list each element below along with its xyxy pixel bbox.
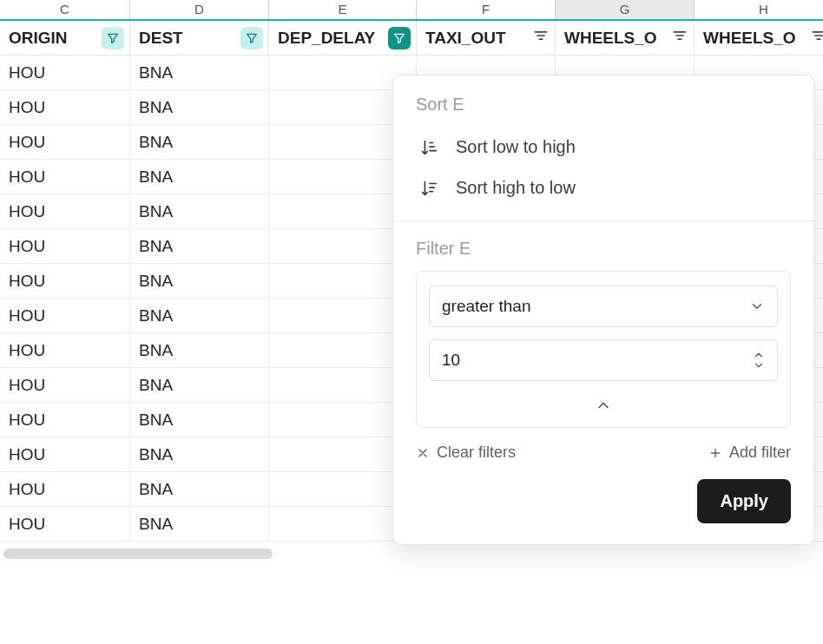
- sort-low-to-high[interactable]: Sort low to high: [416, 127, 791, 168]
- header-dest[interactable]: DEST: [130, 21, 269, 55]
- plus-icon: [708, 446, 722, 460]
- header-label: DEST: [139, 29, 183, 48]
- header-label: ORIGIN: [9, 29, 68, 48]
- cell[interactable]: HOU: [0, 194, 130, 228]
- chevron-up-icon: [753, 351, 765, 359]
- cell[interactable]: HOU: [0, 403, 130, 437]
- cell[interactable]: BNA: [130, 125, 269, 159]
- header-wheels-off[interactable]: WHEELS_O: [556, 21, 695, 55]
- filter-operator-select[interactable]: greater than: [429, 286, 778, 327]
- cell[interactable]: HOU: [0, 160, 130, 194]
- cell[interactable]: HOU: [0, 472, 130, 506]
- clear-filters-button[interactable]: Clear filters: [416, 444, 516, 462]
- cell[interactable]: BNA: [130, 90, 269, 124]
- sort-high-low-label: Sort high to low: [456, 178, 576, 198]
- col-letter[interactable]: H: [695, 0, 823, 19]
- cell[interactable]: BNA: [130, 403, 269, 437]
- column-menu-icon[interactable]: [810, 27, 823, 49]
- chevron-up-icon: [595, 397, 612, 414]
- cell[interactable]: BNA: [130, 368, 269, 402]
- close-icon: [416, 446, 430, 460]
- filter-popover: Sort E Sort low to high Sort high to low…: [392, 75, 814, 545]
- col-letter[interactable]: C: [0, 0, 130, 19]
- sort-high-to-low[interactable]: Sort high to low: [416, 168, 791, 208]
- header-label: TAXI_OUT: [425, 29, 506, 48]
- number-stepper[interactable]: [753, 351, 765, 370]
- cell[interactable]: BNA: [130, 437, 269, 471]
- cell[interactable]: BNA: [130, 507, 269, 541]
- cell[interactable]: BNA: [130, 160, 269, 194]
- sort-low-high-label: Sort low to high: [456, 137, 576, 157]
- add-filter-label: Add filter: [729, 444, 791, 462]
- cell[interactable]: HOU: [0, 368, 130, 402]
- cell[interactable]: BNA: [130, 194, 269, 228]
- column-letter-row: C D E F G H: [0, 0, 823, 19]
- col-letter[interactable]: F: [417, 0, 556, 19]
- header-dep-delay[interactable]: DEP_DELAY: [269, 21, 417, 55]
- filter-value: 10: [442, 351, 460, 370]
- cell[interactable]: HOU: [0, 333, 130, 367]
- column-menu-icon[interactable]: [532, 27, 550, 49]
- sort-section-title: Sort E: [416, 95, 791, 115]
- apply-button[interactable]: Apply: [697, 479, 791, 523]
- cell[interactable]: BNA: [130, 56, 269, 89]
- cell[interactable]: HOU: [0, 56, 130, 89]
- cell[interactable]: BNA: [130, 264, 269, 298]
- col-letter[interactable]: D: [130, 0, 269, 19]
- chevron-down-icon: [753, 361, 765, 370]
- filter-section-title: Filter E: [416, 239, 791, 259]
- cell[interactable]: HOU: [0, 507, 130, 541]
- sort-desc-icon: [419, 179, 438, 198]
- header-taxi-out[interactable]: TAXI_OUT: [417, 21, 556, 55]
- cell[interactable]: HOU: [0, 125, 130, 159]
- collapse-toggle[interactable]: [429, 393, 778, 420]
- cell[interactable]: HOU: [0, 264, 130, 298]
- header-origin[interactable]: ORIGIN: [0, 21, 130, 55]
- funnel-icon-active[interactable]: [388, 27, 411, 49]
- cell[interactable]: HOU: [0, 229, 130, 263]
- header-label: WHEELS_O: [703, 29, 796, 48]
- header-wheels-on[interactable]: WHEELS_O: [695, 21, 823, 55]
- header-label: DEP_DELAY: [278, 29, 375, 48]
- column-menu-icon[interactable]: [671, 27, 688, 49]
- horizontal-scrollbar[interactable]: [3, 549, 273, 559]
- cell[interactable]: BNA: [130, 472, 269, 506]
- cell[interactable]: HOU: [0, 90, 130, 124]
- col-letter[interactable]: E: [269, 0, 417, 19]
- funnel-icon[interactable]: [240, 27, 263, 49]
- header-label: WHEELS_O: [564, 29, 657, 48]
- cell[interactable]: BNA: [130, 333, 269, 367]
- cell[interactable]: BNA: [130, 299, 269, 332]
- cell[interactable]: HOU: [0, 299, 130, 332]
- add-filter-button[interactable]: Add filter: [708, 444, 791, 462]
- funnel-icon[interactable]: [102, 27, 124, 49]
- col-letter-selected[interactable]: G: [556, 0, 695, 19]
- clear-filters-label: Clear filters: [437, 444, 516, 462]
- cell[interactable]: HOU: [0, 437, 130, 471]
- filter-condition-box: greater than 10: [416, 271, 791, 428]
- filter-value-input[interactable]: 10: [429, 339, 778, 381]
- divider: [393, 220, 813, 221]
- header-row: ORIGIN DEST DEP_DELAY TAXI_OUT WHEELS_O: [0, 19, 823, 56]
- filter-operator-value: greater than: [442, 297, 530, 316]
- chevron-down-icon: [749, 299, 765, 314]
- cell[interactable]: BNA: [130, 229, 269, 263]
- sort-asc-icon: [419, 138, 438, 157]
